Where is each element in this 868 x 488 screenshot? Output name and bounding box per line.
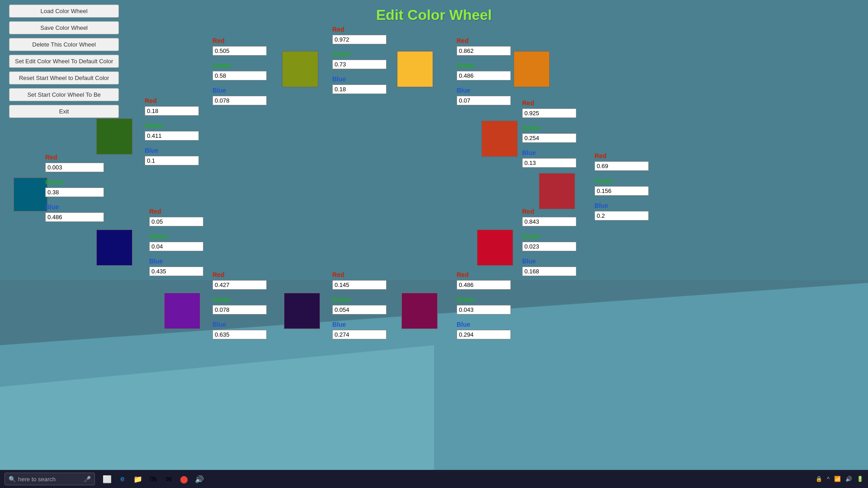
red-input-c2[interactable] [145,106,199,116]
mic-icon: 🎤 [84,476,91,483]
blue-label-c8: Blue [594,202,608,209]
blue-input-c6[interactable] [522,158,576,168]
green-label-c3: Green [212,62,231,69]
green-input-c11[interactable] [332,305,387,314]
green-label-c6: Green [522,124,540,131]
red-input-c4[interactable] [332,35,387,44]
green-input-c7[interactable] [522,242,576,251]
taskbar-icon-edge[interactable]: e [118,474,127,484]
taskbar-network-icon: 🔒 [816,476,822,482]
color-swatch-c4[interactable] [397,51,433,87]
red-label-c10: Red [212,271,224,278]
red-label-c5: Red [457,37,468,44]
red-input-c10[interactable] [212,280,267,290]
green-input-c10[interactable] [212,305,267,314]
exit-button[interactable]: Exit [9,105,119,118]
blue-input-c8[interactable] [594,211,649,221]
save-color-wheel-button[interactable]: Save Color Wheel [9,21,119,34]
blue-label-c4: Blue [332,75,346,83]
red-input-c3[interactable] [212,46,267,56]
red-label-c6: Red [522,99,534,107]
green-input-c5[interactable] [457,71,511,80]
red-input-c8[interactable] [594,161,649,171]
green-label-c7: Green [522,233,540,240]
red-input-c6[interactable] [522,108,576,118]
red-label-c7: Red [522,208,534,215]
red-input-c7[interactable] [522,217,576,226]
delete-color-wheel-button[interactable]: Delete This Color Wheel [9,38,119,51]
green-input-c12[interactable] [457,305,511,314]
load-color-wheel-button[interactable]: Load Color Wheel [9,5,119,18]
taskbar-wifi-icon: 📶 [834,476,841,482]
taskbar-search[interactable]: 🔍 here to search 🎤 [5,473,95,485]
blue-label-c12: Blue [457,321,470,328]
green-label-c5: Green [457,62,475,69]
color-swatch-c1[interactable] [14,178,47,211]
taskbar-icon-folder[interactable]: 📁 [133,474,143,484]
red-input-c5[interactable] [457,46,511,56]
taskbar-search-text: here to search [18,476,56,483]
color-swatch-c10[interactable] [164,293,200,329]
blue-label-c7: Blue [522,258,536,265]
green-label-c10: Green [212,296,231,303]
red-label-c1: Red [45,154,57,161]
taskbar: 🔍 here to search 🎤 ⬜ e 📁 🛍 ✉ ⬤ 🔊 🔒 ^ 📶 🔊… [0,470,868,488]
green-input-c4[interactable] [332,60,387,69]
green-label-c2: Green [145,122,163,129]
taskbar-icon-desktop[interactable]: ⬜ [102,474,112,484]
blue-input-c2[interactable] [145,156,199,165]
green-input-c3[interactable] [212,71,267,80]
green-label-c12: Green [457,296,475,303]
color-swatch-c9[interactable] [96,230,132,266]
set-default-color-button[interactable]: Set Edit Color Wheel To Default Color [9,55,119,68]
color-swatch-c7[interactable] [477,230,513,266]
blue-input-c4[interactable] [332,84,387,94]
taskbar-icon-audio[interactable]: 🔊 [194,474,204,484]
taskbar-icon-chrome[interactable]: ⬤ [179,474,189,484]
blue-input-c9[interactable] [149,267,203,276]
red-input-c1[interactable] [45,163,104,172]
taskbar-icons: ⬜ e 📁 🛍 ✉ ⬤ 🔊 [102,474,204,484]
blue-label-c11: Blue [332,321,346,328]
taskbar-icon-store[interactable]: 🛍 [148,474,158,484]
taskbar-sound-icon: 🔊 [845,476,852,482]
red-label-c4: Red [332,26,344,33]
taskbar-right: 🔒 ^ 📶 🔊 🔋 [816,476,863,482]
set-start-color-wheel-button[interactable]: Set Start Color Wheel To Be [9,88,119,101]
color-swatch-c3[interactable] [282,51,318,87]
taskbar-battery-icon: 🔋 [857,476,863,482]
red-label-c3: Red [212,37,224,44]
page-title: Edit Color Wheel [376,7,492,23]
green-input-c8[interactable] [594,186,649,196]
color-swatch-c2[interactable] [96,118,132,155]
blue-input-c3[interactable] [212,96,267,105]
red-input-c12[interactable] [457,280,511,290]
left-panel: Load Color Wheel Save Color Wheel Delete… [9,5,119,118]
red-input-c11[interactable] [332,280,387,290]
green-label-c9: Green [149,233,167,240]
red-label-c2: Red [145,97,156,104]
green-input-c9[interactable] [149,242,203,251]
color-swatch-c6[interactable] [481,121,518,157]
color-swatch-c8[interactable] [539,173,575,209]
green-label-c1: Green [45,178,63,186]
blue-input-c10[interactable] [212,330,267,339]
green-label-c4: Green [332,51,350,58]
green-input-c2[interactable] [145,131,199,141]
blue-input-c1[interactable] [45,212,104,222]
blue-label-c6: Blue [522,149,536,156]
taskbar-icon-mail[interactable]: ✉ [164,474,174,484]
blue-input-c5[interactable] [457,96,511,105]
taskbar-chevron-icon: ^ [827,476,830,482]
blue-input-c7[interactable] [522,267,576,276]
blue-input-c12[interactable] [457,330,511,339]
color-swatch-c12[interactable] [401,293,438,329]
color-swatch-c11[interactable] [284,293,320,329]
reset-start-wheel-button[interactable]: Reset Start Wheel to Default Color [9,71,119,84]
blue-input-c11[interactable] [332,330,387,339]
green-input-c1[interactable] [45,188,104,197]
red-label-c12: Red [457,271,468,278]
color-swatch-c5[interactable] [514,51,550,87]
green-input-c6[interactable] [522,133,576,143]
red-input-c9[interactable] [149,217,203,226]
